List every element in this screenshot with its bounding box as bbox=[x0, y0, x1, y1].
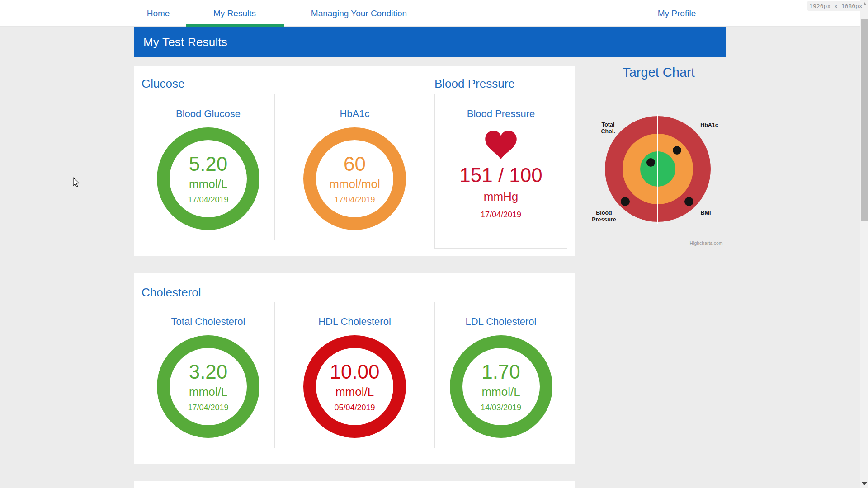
result-ring: 10.00 mmol/L 05/04/2019 bbox=[303, 335, 406, 438]
scrollbar-track[interactable] bbox=[860, 0, 868, 488]
result-unit: mmol/mol bbox=[329, 177, 380, 191]
result-date: 17/04/2019 bbox=[188, 195, 228, 205]
target-chart: Target Chart Total Chol.HbA1cBlood Press… bbox=[588, 63, 723, 253]
nav-item-my-results[interactable]: My Results bbox=[213, 0, 256, 27]
scroll-down-arrow-icon[interactable] bbox=[862, 482, 867, 485]
app-root: Home My Results Managing Your Condition … bbox=[0, 0, 868, 488]
target-label-bmi: BMI bbox=[701, 210, 711, 216]
ldl-cholesterol-card: LDL Cholesterol 1.70 mmol/L 14/03/2019 bbox=[434, 302, 567, 448]
blood-pressure-section-heading: Blood Pressure bbox=[434, 77, 515, 91]
nav-item-managing-condition[interactable]: Managing Your Condition bbox=[311, 0, 407, 27]
target-label-hba1c: HbA1c bbox=[700, 122, 718, 129]
mouse-cursor-icon bbox=[72, 177, 80, 188]
page-header-bar: My Test Results bbox=[134, 27, 726, 57]
cholesterol-section-heading: Cholesterol bbox=[142, 286, 201, 300]
target-dot-hba1c bbox=[673, 146, 681, 155]
result-value: 1.70 bbox=[481, 361, 520, 383]
result-unit: mmol/L bbox=[481, 385, 520, 399]
viewport-size-overlay: 868px x 488px bbox=[807, 1, 864, 11]
result-date: 05/04/2019 bbox=[334, 403, 375, 413]
heart-icon bbox=[485, 131, 517, 159]
result-unit: mmol/L bbox=[189, 177, 227, 191]
hba1c-card: HbA1c 60 mmol/mol 17/04/2019 bbox=[288, 94, 421, 240]
total-cholesterol-card: Total Cholesterol 3.20 mmol/L 17/04/2019 bbox=[142, 302, 275, 448]
scrollbar-thumb[interactable] bbox=[861, 19, 868, 221]
glucose-bp-panel: Glucose Blood Pressure Blood Glucose 5.2… bbox=[134, 66, 575, 256]
card-title: LDL Cholesterol bbox=[435, 316, 567, 328]
blood-pressure-card: Blood Pressure 151 / 100 mmHg 17/04/2019 bbox=[434, 94, 567, 249]
result-unit: mmHg bbox=[435, 190, 567, 204]
result-value: 10.00 bbox=[330, 361, 379, 383]
card-title: HDL Cholesterol bbox=[288, 316, 421, 328]
glucose-section-heading: Glucose bbox=[142, 77, 184, 91]
result-ring: 1.70 mmol/L 14/03/2019 bbox=[450, 335, 552, 438]
target-chart-title: Target Chart bbox=[623, 65, 695, 80]
blood-glucose-card: Blood Glucose 5.20 mmol/L 17/04/2019 bbox=[142, 94, 275, 240]
target-dot-total-chol- bbox=[646, 158, 655, 167]
result-date: 14/03/2019 bbox=[481, 403, 521, 413]
result-ring: 5.20 mmol/L 17/04/2019 bbox=[157, 127, 259, 230]
result-unit: mmol/L bbox=[189, 385, 227, 399]
target-label-total-chol-: Total Chol. bbox=[601, 122, 615, 135]
card-title: HbA1c bbox=[288, 108, 421, 120]
result-value: 3.20 bbox=[189, 361, 228, 383]
target-chart-vertical-axis bbox=[657, 114, 658, 224]
result-date: 17/04/2019 bbox=[334, 195, 375, 205]
card-title: Blood Glucose bbox=[142, 108, 274, 120]
result-date: 17/04/2019 bbox=[188, 403, 228, 413]
nav-item-my-profile[interactable]: My Profile bbox=[658, 0, 696, 27]
card-title: Total Cholesterol bbox=[142, 316, 274, 328]
nav-item-home[interactable]: Home bbox=[147, 0, 170, 27]
card-title: Blood Pressure bbox=[435, 108, 567, 120]
top-navigation: Home My Results Managing Your Condition … bbox=[0, 0, 868, 27]
highcharts-credit[interactable]: Highcharts.com bbox=[690, 240, 723, 246]
cholesterol-panel: Cholesterol Total Cholesterol 3.20 mmol/… bbox=[134, 273, 575, 464]
target-dot-blood-pressure bbox=[621, 197, 630, 206]
hdl-cholesterol-card: HDL Cholesterol 10.00 mmol/L 05/04/2019 bbox=[288, 302, 421, 448]
next-section-panel bbox=[134, 481, 575, 488]
result-value: 60 bbox=[344, 153, 366, 175]
target-dot-bmi bbox=[684, 197, 693, 206]
result-ring: 60 mmol/mol 17/04/2019 bbox=[303, 127, 406, 230]
result-date: 17/04/2019 bbox=[435, 210, 567, 220]
result-value: 151 / 100 bbox=[435, 164, 567, 186]
result-unit: mmol/L bbox=[335, 385, 374, 399]
target-label-blood-pressure: Blood Pressure bbox=[592, 210, 616, 223]
result-ring: 3.20 mmol/L 17/04/2019 bbox=[157, 335, 259, 438]
page-title: My Test Results bbox=[143, 27, 227, 57]
result-value: 5.20 bbox=[189, 153, 228, 175]
